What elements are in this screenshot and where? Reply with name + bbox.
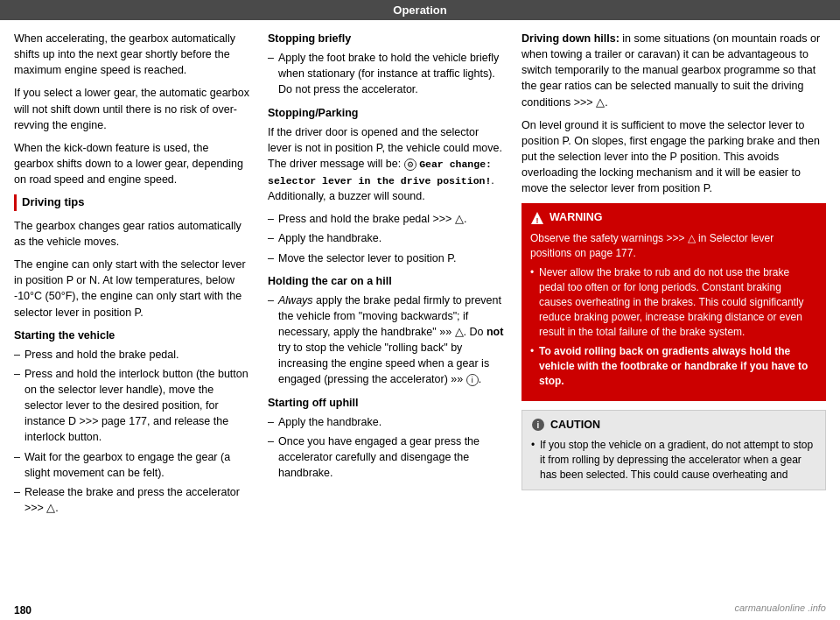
list-item: Wait for the gearbox to engage the gear … xyxy=(14,449,250,481)
warning-title: ! WARNING xyxy=(530,210,817,226)
watermark: carmanualonline .info xyxy=(734,602,826,613)
list-item: Apply the handbrake. xyxy=(268,230,504,246)
list-item: Press and hold the brake pedal. xyxy=(14,347,250,363)
list-item: Move the selector lever to position P. xyxy=(268,250,504,266)
caution-title: i CAUTION xyxy=(531,418,816,433)
warning-list: Never allow the brake to rub and do not … xyxy=(530,265,817,388)
svg-text:!: ! xyxy=(536,216,539,225)
list-item: Always apply the brake pedal firmly to p… xyxy=(268,292,504,388)
warning-box: ! WARNING Observe the safety warnings >>… xyxy=(522,203,826,400)
driving-tips-p2: The engine can only start with the selec… xyxy=(14,257,250,321)
middle-column: Stopping briefly Apply the foot brake to… xyxy=(268,31,504,590)
stopping-briefly-list: Apply the foot brake to hold the vehicle… xyxy=(268,50,504,97)
gear-symbol: ⚙ xyxy=(404,158,419,170)
intro-p3: When the kick-down feature is used, the … xyxy=(14,140,250,187)
starting-uphill-title: Starting off uphill xyxy=(268,395,504,411)
operation-header: Operation xyxy=(0,0,840,20)
stopping-parking-list: Press and hold the brake pedal >>> △. Ap… xyxy=(268,211,504,265)
warning-triangle-icon: ! xyxy=(530,211,544,225)
driving-tips-box: Driving tips xyxy=(14,194,250,211)
header-title: Operation xyxy=(393,4,446,17)
page: Operation When accelerating, the gearbox… xyxy=(0,0,840,620)
right-column: Driving down hills: in some situations (… xyxy=(522,31,826,590)
page-number: 180 xyxy=(0,601,840,620)
list-item: Apply the handbrake. xyxy=(268,414,504,430)
list-item: Press and hold the interlock button (the… xyxy=(14,366,250,446)
driving-tips-title: Driving tips xyxy=(22,194,250,211)
starting-vehicle-title: Starting the vehicle xyxy=(14,328,250,343)
svg-text:i: i xyxy=(537,420,540,430)
warning-observe: Observe the safety warnings >>> △ in Sel… xyxy=(530,231,817,261)
list-item: If you stop the vehicle on a gradient, d… xyxy=(531,438,816,482)
driving-down-hills-title: Driving down hills: xyxy=(522,32,620,45)
starting-uphill-list: Apply the handbrake. Once you have engag… xyxy=(268,414,504,482)
list-item: Never allow the brake to rub and do not … xyxy=(530,265,817,339)
list-item: Apply the foot brake to hold the vehicle… xyxy=(268,50,504,97)
caution-list: If you stop the vehicle on a gradient, d… xyxy=(531,438,816,482)
intro-p1: When accelerating, the gearbox automatic… xyxy=(14,31,250,78)
caution-box: i CAUTION If you stop the vehicle on a g… xyxy=(522,410,826,490)
list-item: Press and hold the brake pedal >>> △. xyxy=(268,211,504,227)
stopping-parking-intro: If the driver door is opened and the sel… xyxy=(268,124,504,205)
holding-car-title: Holding the car on a hill xyxy=(268,273,504,289)
list-item: Release the brake and press the accelera… xyxy=(14,484,250,516)
intro-p2: If you select a lower gear, the automati… xyxy=(14,85,250,132)
driving-tips-p1: The gearbox changes gear ratios automati… xyxy=(14,218,250,250)
caution-circle-icon: i xyxy=(531,418,545,432)
stopping-parking-title: Stopping/Parking xyxy=(268,105,504,121)
stopping-briefly-title: Stopping briefly xyxy=(268,31,504,46)
on-level-ground: On level ground it is sufficient to move… xyxy=(522,117,826,197)
holding-car-list: Always apply the brake pedal firmly to p… xyxy=(268,292,504,388)
driving-down-hills: Driving down hills: in some situations (… xyxy=(522,31,826,110)
content: When accelerating, the gearbox automatic… xyxy=(0,20,840,601)
left-column: When accelerating, the gearbox automatic… xyxy=(14,31,250,590)
list-item: To avoid rolling back on gradients alway… xyxy=(530,344,817,388)
starting-vehicle-list: Press and hold the brake pedal. Press an… xyxy=(14,347,250,516)
list-item: Once you have engaged a gear press the a… xyxy=(268,433,504,481)
